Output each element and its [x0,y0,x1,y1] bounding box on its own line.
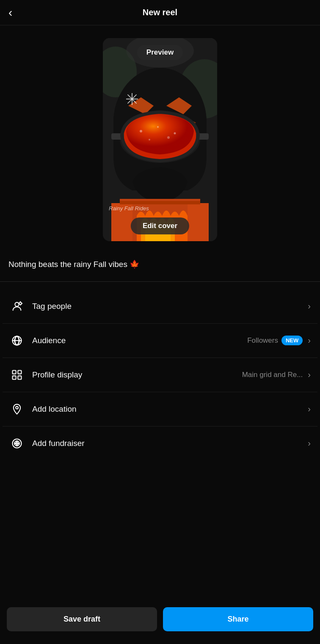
tag-person-icon [9,299,25,314]
svg-point-17 [174,132,176,135]
svg-point-18 [149,139,150,140]
audience-row[interactable]: Audience Followers NEW › [3,324,317,358]
add-fundraiser-label: Add fundraiser [32,439,306,448]
add-location-label: Add location [32,405,306,414]
svg-rect-23 [120,201,200,204]
audience-new-badge: NEW [281,336,303,345]
audience-value: Followers [247,336,278,345]
options-list: Tag people › Audience Followers NEW › [0,289,320,460]
svg-point-19 [167,136,170,139]
reel-title-overlay: Rainy Fall Rides [109,205,149,212]
add-location-row[interactable]: Add location › [3,392,317,427]
grid-icon [9,367,25,383]
save-draft-button[interactable]: Save draft [7,607,157,631]
audience-icon [9,333,25,348]
page-title: New reel [143,8,177,17]
divider [0,281,320,282]
bottom-spacer [0,460,320,503]
profile-display-chevron: › [308,370,311,380]
svg-rect-34 [18,370,21,374]
svg-point-16 [157,126,159,128]
caption-area: Nothing beats the rainy Fall vibes 🍁 [0,250,320,274]
svg-rect-22 [188,203,209,241]
fundraiser-icon [9,436,25,451]
svg-point-37 [16,406,18,409]
svg-point-15 [140,130,142,132]
add-location-chevron: › [308,404,311,414]
svg-point-11 [131,98,133,100]
share-button[interactable]: Share [163,607,313,631]
svg-rect-33 [13,370,16,374]
profile-display-label: Profile display [32,370,242,380]
svg-rect-36 [18,376,21,379]
back-button[interactable]: ‹ [8,7,12,19]
header: ‹ New reel [0,0,320,25]
add-fundraiser-chevron: › [308,438,311,448]
caption-text: Nothing beats the rainy Fall vibes 🍁 [8,260,140,269]
audience-chevron: › [308,336,311,345]
preview-badge[interactable]: Preview [137,45,183,60]
bottom-actions: Save draft Share [0,599,320,644]
location-icon [9,402,25,417]
add-fundraiser-row[interactable]: Add fundraiser › [3,427,317,460]
cover-container: KT [103,38,217,241]
tag-people-chevron: › [308,301,311,311]
svg-point-24 [15,302,19,306]
tag-people-row[interactable]: Tag people › [3,289,317,324]
profile-display-row[interactable]: Profile display Main grid and Re... › [3,358,317,392]
audience-label: Audience [32,336,247,345]
preview-section: KT [0,25,320,250]
svg-point-38 [13,439,22,448]
tag-people-label: Tag people [32,302,306,311]
edit-cover-button[interactable]: Edit cover [131,217,189,234]
profile-display-value: Main grid and Re... [242,371,303,379]
svg-rect-35 [13,376,16,379]
